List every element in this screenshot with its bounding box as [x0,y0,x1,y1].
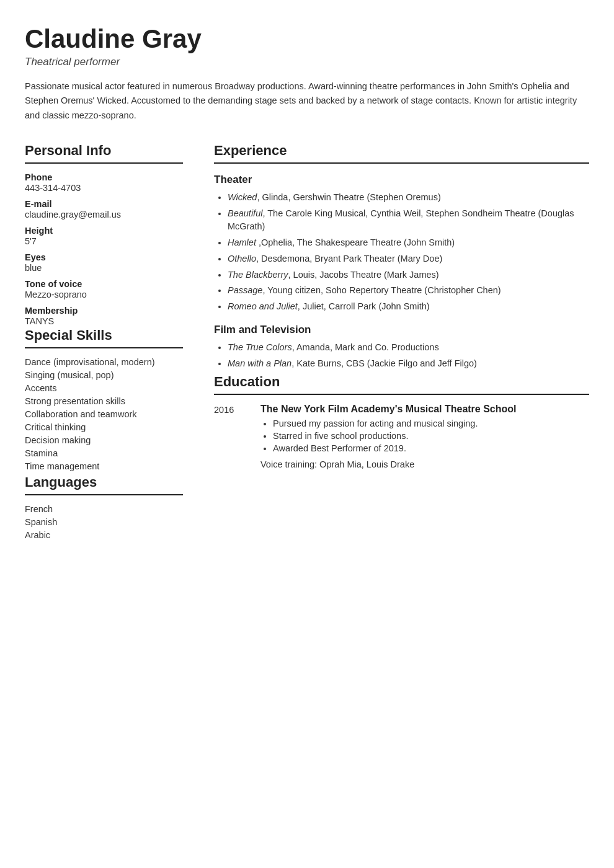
email-label: E-mail [25,199,183,209]
film-tv-list: The True Colors, Amanda, Mark and Co. Pr… [214,341,589,371]
skill-item: Stamina [25,448,183,458]
skill-item: Accents [25,383,183,393]
theater-list-item: Othello, Desdemona, Bryant Park Theater … [228,252,589,266]
education-bullets: Pursued my passion for acting and musica… [260,418,589,453]
theater-list: Wicked, Glinda, Gershwin Theatre (Stephe… [214,191,589,314]
film-tv-list-item: The True Colors, Amanda, Mark and Co. Pr… [228,341,589,355]
personal-info-title: Personal Info [25,143,183,159]
special-skills-divider [25,347,183,348]
candidate-name: Claudine Gray [25,25,589,53]
eyes-value: blue [25,263,183,273]
skill-item: Time management [25,461,183,471]
skill-item: Strong presentation skills [25,396,183,406]
languages-section: Languages FrenchSpanishArabic [25,474,183,540]
education-bullet: Awarded Best Performer of 2019. [273,443,589,453]
theater-list-item: Romeo and Juliet, Juliet, Carroll Park (… [228,300,589,314]
special-skills-title: Special Skills [25,327,183,343]
height-value: 5'7 [25,236,183,246]
phone-value: 443-314-4703 [25,183,183,193]
education-divider [214,394,589,395]
theater-list-item: Beautiful, The Carole King Musical, Cynt… [228,207,589,234]
education-year: 2016 [214,404,248,469]
theater-list-item: Wicked, Glinda, Gershwin Theatre (Stephe… [228,191,589,205]
language-item: Spanish [25,517,183,527]
education-bullet: Starred in five school productions. [273,431,589,441]
education-bullet: Pursued my passion for acting and musica… [273,418,589,428]
eyes-label: Eyes [25,252,183,262]
theater-list-item: The Blackberry, Louis, Jacobs Theatre (M… [228,268,589,282]
membership-value: TANYS [25,316,183,326]
left-column: Personal Info Phone 443-314-4703 E-mail … [25,143,202,543]
email-value: claudine.gray@email.us [25,210,183,219]
personal-info-divider [25,162,183,164]
personal-info-section: Personal Info Phone 443-314-4703 E-mail … [25,143,183,326]
special-skills-section: Special Skills Dance (improvisational, m… [25,327,183,471]
languages-title: Languages [25,474,183,490]
language-item: Arabic [25,530,183,540]
skill-item: Singing (musical, pop) [25,370,183,380]
language-item: French [25,504,183,514]
languages-list: FrenchSpanishArabic [25,504,183,540]
main-layout: Personal Info Phone 443-314-4703 E-mail … [25,143,589,543]
theater-list-item: Passage, Young citizen, Soho Repertory T… [228,284,589,298]
membership-label: Membership [25,306,183,316]
education-title: Education [214,374,589,390]
film-tv-list-item: Man with a Plan, Kate Burns, CBS (Jackie… [228,357,589,371]
skill-item: Decision making [25,435,183,445]
height-label: Height [25,226,183,236]
education-content: The New York Film Academy's Musical Thea… [260,404,589,469]
skills-list: Dance (improvisational, modern)Singing (… [25,357,183,471]
experience-title: Experience [214,143,589,159]
film-tv-title: Film and Television [214,324,589,336]
phone-label: Phone [25,172,183,182]
candidate-title: Theatrical performer [25,56,589,68]
theater-list-item: Hamlet ,Ophelia, The Shakespeare Theatre… [228,236,589,250]
tone-value: Mezzo-soprano [25,290,183,299]
skill-item: Critical thinking [25,422,183,432]
languages-divider [25,494,183,495]
education-school: The New York Film Academy's Musical Thea… [260,404,589,415]
skill-item: Dance (improvisational, modern) [25,357,183,367]
education-section: Education 2016 The New York Film Academy… [214,374,589,469]
voice-training: Voice training: Oprah Mia, Louis Drake [260,459,589,469]
skill-item: Collaboration and teamwork [25,409,183,419]
experience-divider [214,162,589,164]
theater-title: Theater [214,174,589,186]
right-column: Experience Theater Wicked, Glinda, Gersh… [202,143,589,470]
candidate-summary: Passionate musical actor featured in num… [25,79,583,123]
experience-section: Experience Theater Wicked, Glinda, Gersh… [214,143,589,371]
education-row: 2016 The New York Film Academy's Musical… [214,404,589,469]
tone-label: Tone of voice [25,279,183,289]
